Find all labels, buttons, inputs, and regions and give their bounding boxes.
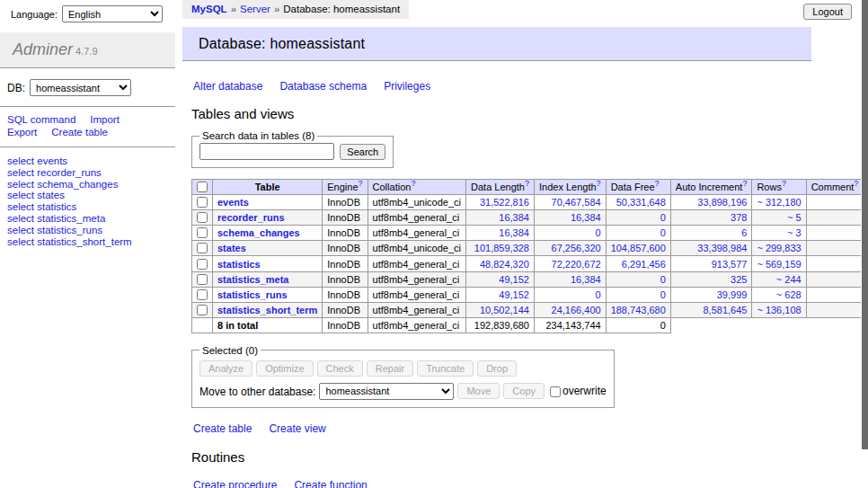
row-checkbox[interactable]	[197, 212, 208, 223]
data-free-link[interactable]: 0	[660, 227, 666, 238]
optimize-button[interactable]: Optimize	[256, 360, 313, 377]
data-length-link[interactable]: 49,152	[499, 289, 529, 300]
rows-link[interactable]: ~ 244	[776, 274, 802, 285]
auto-increment-link[interactable]: 378	[731, 212, 747, 223]
rows-link[interactable]: ~ 136,108	[757, 305, 801, 315]
data-length-link[interactable]: 101,859,328	[474, 243, 529, 253]
row-checkbox[interactable]	[197, 305, 208, 315]
table-link-recorder-runs[interactable]: recorder_runs	[217, 212, 285, 223]
logout-button[interactable]: Logout	[803, 4, 852, 20]
link-create-view[interactable]: Create view	[269, 422, 325, 435]
help-link[interactable]: ?	[359, 179, 363, 188]
sidebar-select-events[interactable]: select events	[7, 155, 168, 167]
breadcrumb-server[interactable]: Server	[240, 4, 270, 14]
table-link-statistics-meta[interactable]: statistics_meta	[217, 274, 289, 285]
row-checkbox[interactable]	[197, 227, 208, 238]
row-checkbox[interactable]	[197, 274, 208, 285]
index-length-link[interactable]: 72,220,672	[552, 259, 601, 270]
index-length-link[interactable]: 24,166,400	[552, 305, 601, 315]
row-checkbox[interactable]	[197, 197, 208, 208]
link-create-function[interactable]: Create function	[294, 479, 367, 488]
data-length-link[interactable]: 49,152	[499, 274, 529, 285]
sidebar-select-statistics-short-term[interactable]: select statistics_short_term	[7, 236, 168, 248]
search-button[interactable]: Search	[340, 144, 385, 160]
sidebar-select-schema-changes[interactable]: select schema_changes	[7, 179, 168, 191]
truncate-button[interactable]: Truncate	[417, 360, 474, 377]
language-select[interactable]: English	[62, 5, 163, 22]
index-length-link[interactable]: 16,384	[571, 212, 601, 223]
row-checkbox[interactable]	[197, 259, 208, 270]
auto-increment-link[interactable]: 33,398,984	[697, 243, 747, 253]
drop-button[interactable]: Drop	[477, 360, 517, 377]
repair-button[interactable]: Repair	[367, 360, 413, 377]
move-button[interactable]: Move	[457, 383, 500, 399]
data-free-link[interactable]: 0	[660, 212, 666, 223]
data-free-link[interactable]: 0	[660, 274, 666, 285]
action-link-database-schema[interactable]: Database schema	[279, 80, 367, 93]
rows-link[interactable]: ~ 628	[776, 289, 802, 300]
data-length-link[interactable]: 31,522,816	[480, 197, 529, 208]
index-length-link[interactable]: 0	[596, 289, 601, 300]
sidebar-link-sql-command[interactable]: SQL command	[7, 114, 75, 125]
sidebar-select-states[interactable]: select states	[7, 190, 168, 201]
scrollbar-thumb[interactable]	[862, 0, 868, 449]
index-length-link[interactable]: 70,467,584	[552, 197, 601, 208]
help-link[interactable]: ?	[782, 179, 786, 188]
index-length-link[interactable]: 16,384	[571, 274, 601, 285]
rows-link[interactable]: ~ 569,159	[757, 259, 801, 270]
auto-increment-link[interactable]: 39,999	[717, 289, 748, 300]
table-link-events[interactable]: events	[217, 197, 249, 208]
sidebar-link-import[interactable]: Import	[90, 114, 120, 125]
index-length-link[interactable]: 67,256,320	[552, 243, 601, 253]
overwrite-checkbox[interactable]	[550, 386, 561, 397]
action-link-alter-database[interactable]: Alter database	[193, 80, 262, 93]
search-input[interactable]	[199, 143, 334, 160]
data-free-link[interactable]: 6,291,456	[622, 259, 666, 270]
rows-link[interactable]: ~ 299,833	[757, 243, 801, 253]
data-free-link[interactable]: 104,857,600	[611, 243, 666, 253]
help-link[interactable]: ?	[742, 179, 747, 188]
breadcrumb-mysql[interactable]: MySQL	[191, 4, 227, 14]
rows-link[interactable]: ~ 312,180	[757, 197, 801, 208]
data-free-link[interactable]: 0	[660, 289, 666, 300]
data-length-link[interactable]: 16,384	[499, 227, 529, 238]
data-length-link[interactable]: 16,384	[499, 212, 529, 223]
index-length-link[interactable]: 0	[596, 227, 601, 238]
rows-link[interactable]: ~ 3	[787, 227, 802, 238]
data-length-link[interactable]: 48,824,320	[480, 259, 529, 270]
auto-increment-link[interactable]: 6	[741, 227, 747, 238]
auto-increment-link[interactable]: 33,898,196	[697, 197, 747, 208]
sidebar-select-statistics[interactable]: select statistics	[7, 201, 168, 213]
table-link-states[interactable]: states	[217, 243, 246, 253]
action-link-privileges[interactable]: Privileges	[384, 80, 430, 93]
table-link-statistics-runs[interactable]: statistics_runs	[217, 289, 288, 300]
help-link[interactable]: ?	[597, 179, 601, 188]
help-link[interactable]: ?	[411, 179, 415, 188]
check-button[interactable]: Check	[317, 360, 363, 377]
help-link[interactable]: ?	[525, 179, 529, 188]
help-link[interactable]: ?	[854, 179, 858, 188]
select-all-checkbox[interactable]	[197, 182, 208, 192]
link-create-procedure[interactable]: Create procedure	[193, 479, 277, 488]
auto-increment-link[interactable]: 8,581,645	[703, 305, 747, 315]
link-create-table[interactable]: Create table	[193, 422, 252, 435]
row-checkbox[interactable]	[197, 289, 208, 300]
data-length-link[interactable]: 10,502,144	[480, 305, 529, 315]
auto-increment-link[interactable]: 325	[731, 274, 747, 285]
auto-increment-link[interactable]: 913,577	[712, 259, 748, 270]
data-free-link[interactable]: 188,743,680	[611, 305, 666, 315]
sidebar-link-create-table[interactable]: Create table	[51, 127, 108, 138]
sidebar-link-export[interactable]: Export	[7, 127, 37, 138]
rows-link[interactable]: ~ 5	[787, 212, 802, 223]
row-checkbox[interactable]	[197, 243, 208, 253]
sidebar-select-recorder-runs[interactable]: select recorder_runs	[7, 167, 168, 179]
data-free-link[interactable]: 50,331,648	[616, 197, 666, 208]
move-database-select[interactable]: homeassistant	[319, 383, 454, 400]
table-link-statistics[interactable]: statistics	[217, 259, 261, 270]
sidebar-select-statistics-runs[interactable]: select statistics_runs	[7, 225, 168, 236]
sidebar-select-statistics-meta[interactable]: select statistics_meta	[7, 213, 168, 225]
help-link[interactable]: ?	[655, 179, 660, 188]
table-link-schema-changes[interactable]: schema_changes	[217, 227, 300, 238]
analyze-button[interactable]: Analyze	[199, 360, 252, 377]
vertical-scrollbar[interactable]	[861, 0, 868, 488]
